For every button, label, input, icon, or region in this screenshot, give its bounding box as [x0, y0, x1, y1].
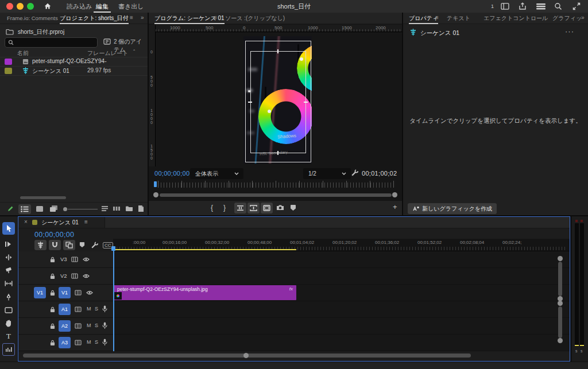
tab-graphics[interactable]: グラフィッ — [552, 13, 582, 24]
more-tools-button[interactable] — [0, 343, 17, 356]
snap-magnet-button[interactable] — [49, 240, 61, 250]
linked-selection-button[interactable] — [63, 240, 75, 250]
track-label[interactable]: V2 — [60, 273, 67, 279]
track-lane-v2[interactable] — [113, 268, 570, 285]
create-graphic-button[interactable]: 新しいグラフィックを作成 — [408, 203, 497, 214]
timeline-playhead-head[interactable] — [111, 246, 115, 251]
tab-overflow-chevron[interactable]: » — [141, 14, 144, 21]
slip-tool[interactable] — [0, 277, 17, 290]
track-header-v1[interactable]: V1 V1 — [18, 285, 113, 301]
source-patch-v1[interactable]: V1 — [34, 287, 46, 298]
more-options-dots[interactable]: ··· — [565, 27, 574, 36]
icon-view-button[interactable] — [36, 205, 44, 212]
rectangle-tool[interactable] — [0, 304, 17, 316]
timeline-clip[interactable]: peter-stumpf-Q2-OEzSZY94-unsplash.jpg fx — [114, 285, 296, 300]
track-lane-a1[interactable] — [113, 301, 570, 318]
eye-icon[interactable] — [86, 290, 93, 295]
compare-view-button[interactable] — [261, 203, 273, 213]
tab-project[interactable]: プロジェクト: shorts_日付 — [60, 13, 129, 24]
monitor-playhead[interactable] — [154, 181, 157, 187]
fit-dropdown[interactable]: 全体表示 — [190, 168, 243, 179]
meter-solo-left[interactable]: s — [575, 349, 578, 353]
panel-menu-icon[interactable]: ≡ — [214, 14, 217, 21]
tab-text[interactable]: テキスト — [447, 13, 470, 24]
project-hscrollbar[interactable] — [20, 196, 66, 199]
audio-meter-right[interactable] — [580, 223, 584, 347]
thumbnail-zoom-track[interactable] — [68, 209, 98, 209]
mute-button[interactable]: M — [87, 306, 91, 312]
track-lane-a2[interactable] — [113, 318, 570, 335]
monitor-settings-wrench-icon[interactable] — [351, 169, 358, 177]
mic-icon[interactable] — [102, 322, 107, 329]
track-target-a3[interactable]: A3 — [59, 337, 71, 348]
table-row-sequence[interactable]: シーケンス 01 29.97 fps — [0, 67, 148, 75]
list-view-button[interactable] — [18, 204, 31, 214]
eye-icon[interactable] — [83, 257, 90, 262]
eye-icon[interactable] — [83, 274, 90, 278]
tab-effect-controls[interactable]: エフェクトコントロール — [483, 13, 548, 24]
track-lane-a3[interactable] — [113, 335, 570, 351]
lock-icon[interactable] — [50, 323, 55, 329]
track-header-a2[interactable]: A2 M S — [18, 318, 113, 335]
track-header-a3[interactable]: A3 M S — [18, 335, 113, 351]
sync-lock-icon[interactable] — [75, 306, 82, 312]
column-header-name[interactable]: 名前 — [17, 49, 29, 57]
tab-source-monitor[interactable]: ソース :(クリップなし) — [225, 13, 285, 24]
close-tab-icon[interactable]: × — [24, 219, 28, 225]
stacked-panels-icon[interactable] — [536, 3, 546, 10]
mute-button[interactable]: M — [87, 339, 91, 345]
zoom-window-button[interactable] — [27, 3, 34, 10]
transform-handle-left[interactable] — [248, 102, 252, 103]
panel-menu-icon[interactable]: ≡ — [130, 14, 133, 21]
close-window-button[interactable] — [6, 3, 13, 10]
mic-icon[interactable] — [102, 305, 107, 313]
track-target-v1[interactable]: V1 — [59, 287, 71, 298]
column-header-framerate[interactable]: フレームレート — [87, 49, 128, 57]
filter-bin-icon[interactable] — [103, 38, 111, 45]
menu-export[interactable]: 書き出し — [116, 0, 146, 13]
new-bin-icon[interactable] — [125, 205, 133, 212]
lock-icon[interactable] — [50, 273, 55, 279]
panel-menu-icon[interactable]: ≡ — [84, 219, 88, 225]
track-target-a2[interactable]: A2 — [59, 320, 71, 332]
work-area-bar[interactable] — [114, 249, 296, 250]
sync-lock-icon[interactable] — [75, 340, 82, 345]
meter-solo-right[interactable]: s — [581, 349, 583, 353]
table-row-media[interactable]: peter-stumpf-Q2-OEzSZY94- — [0, 57, 148, 66]
resolution-dropdown[interactable]: 1/2 — [303, 168, 351, 179]
new-item-icon[interactable] — [138, 205, 144, 212]
search-icon[interactable] — [554, 2, 562, 10]
mute-button[interactable]: M — [87, 323, 91, 328]
pen-tool[interactable] — [0, 290, 17, 303]
solo-button[interactable]: S — [95, 306, 98, 312]
timeline-ruler[interactable]: :00;00 00;00;16;00 00;00;32;00 00;00;48;… — [113, 239, 570, 251]
lock-icon[interactable] — [50, 340, 55, 346]
transform-handle-right[interactable] — [304, 102, 308, 103]
fullscreen-icon[interactable] — [572, 2, 581, 10]
hand-tool[interactable] — [0, 317, 17, 329]
menu-import[interactable]: 読み込み — [64, 0, 95, 13]
panel-menu-icon[interactable]: ≡ — [435, 14, 439, 21]
track-lane-v3[interactable] — [113, 251, 570, 268]
tab-properties[interactable]: プロパティ — [409, 13, 438, 24]
lock-icon[interactable] — [50, 306, 55, 313]
thumbnail-zoom-slider[interactable] — [63, 207, 67, 211]
track-header-v3[interactable]: V3 — [18, 251, 113, 268]
sync-lock-icon[interactable] — [71, 273, 78, 279]
transform-handle-bottom[interactable] — [277, 151, 278, 155]
timeline-hscrollbar[interactable] — [18, 351, 570, 359]
label-color-chip[interactable] — [5, 68, 12, 74]
tab-frameio-comments[interactable]: Frame.io: Comments — [7, 13, 58, 24]
sort-icon[interactable] — [101, 205, 109, 212]
export-frame-camera-icon[interactable] — [276, 204, 284, 211]
menu-edit[interactable]: 編集 — [94, 0, 111, 13]
transform-inner-box[interactable] — [250, 51, 306, 153]
track-target-a1[interactable]: A1 — [59, 304, 71, 315]
automate-sequence-icon[interactable] — [113, 205, 121, 212]
add-marker-icon[interactable] — [79, 242, 85, 248]
add-marker-icon[interactable] — [290, 204, 296, 211]
program-timecode[interactable]: 00;00;00;00 — [154, 170, 189, 177]
mic-icon[interactable] — [102, 339, 107, 346]
home-icon[interactable] — [44, 2, 52, 10]
search-input[interactable] — [5, 37, 98, 48]
